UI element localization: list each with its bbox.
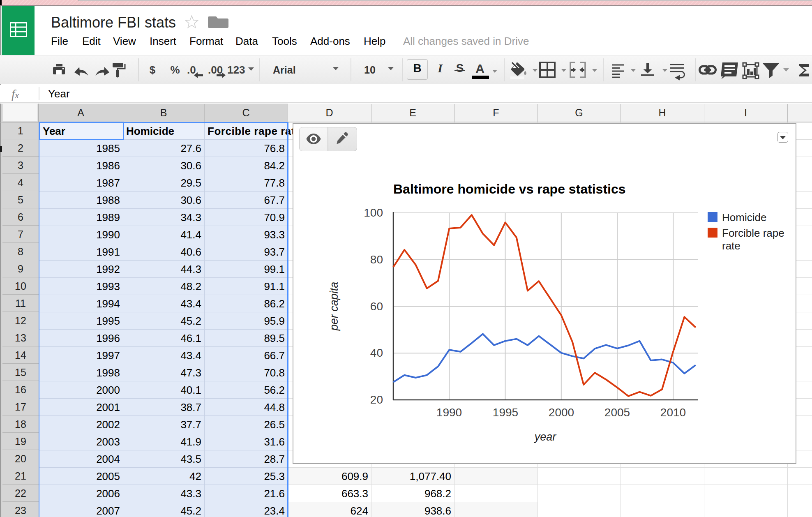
- svg-text:Baltimore homicide vs rape sta: Baltimore homicide vs rape statistics: [393, 182, 626, 196]
- svg-text:80: 80: [370, 253, 383, 266]
- svg-text:year: year: [534, 431, 557, 443]
- svg-text:Forcible rape: Forcible rape: [722, 227, 784, 239]
- svg-text:100: 100: [364, 206, 383, 219]
- svg-text:2005: 2005: [604, 406, 630, 419]
- svg-text:2000: 2000: [549, 406, 574, 419]
- svg-text:20: 20: [370, 393, 383, 406]
- svg-text:Homicide: Homicide: [722, 211, 766, 224]
- svg-text:1990: 1990: [436, 406, 462, 419]
- svg-text:rate: rate: [722, 240, 740, 252]
- svg-text:40: 40: [370, 346, 383, 359]
- svg-text:1995: 1995: [493, 406, 518, 419]
- svg-text:2010: 2010: [660, 406, 686, 419]
- svg-text:per capita: per capita: [328, 282, 340, 331]
- svg-text:60: 60: [370, 300, 383, 313]
